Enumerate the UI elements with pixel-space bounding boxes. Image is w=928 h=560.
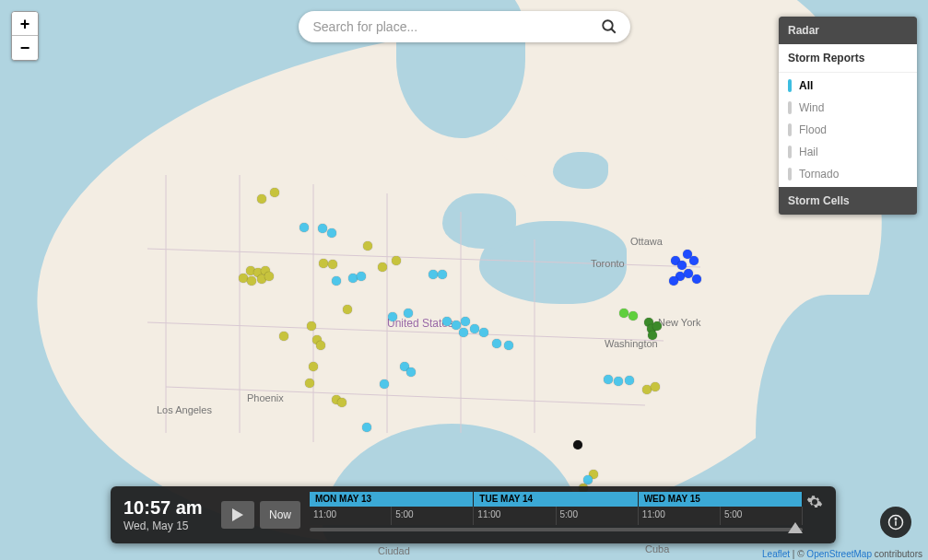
storm-report-dot[interactable] (406, 368, 416, 377)
zoom-in-button[interactable]: + (12, 12, 38, 36)
storm-report-dot[interactable] (470, 324, 479, 333)
osm-link[interactable]: OpenStreetMap (806, 549, 872, 559)
option-label: Wind (799, 101, 824, 114)
leaflet-link[interactable]: Leaflet (762, 549, 790, 559)
storm-report-dot[interactable] (504, 341, 513, 350)
storm-report-dot[interactable] (652, 321, 662, 331)
storm-report-dot[interactable] (625, 376, 634, 385)
timeline-hour[interactable]: 5:00 (557, 507, 639, 525)
label-washington: Washington (605, 338, 658, 349)
svg-point-9 (603, 20, 613, 30)
now-button[interactable]: Now (260, 501, 300, 529)
storm-report-dot[interactable] (689, 256, 699, 265)
storm-report-dot[interactable] (677, 261, 687, 270)
search-icon[interactable] (601, 18, 617, 35)
option-indicator (788, 146, 792, 158)
storm-report-dot[interactable] (388, 312, 397, 321)
info-button[interactable] (880, 507, 911, 538)
layer-option-all[interactable]: All (779, 75, 917, 97)
storm-report-dot[interactable] (357, 272, 366, 281)
storm-report-dot[interactable] (392, 256, 401, 265)
timeline-day[interactable]: MON MAY 13 (310, 492, 474, 507)
storm-report-dot[interactable] (692, 274, 701, 284)
layer-storm-reports-section: Storm Reports AllWindFloodHailTornado (779, 44, 917, 187)
storm-report-dot[interactable] (438, 270, 447, 279)
layer-option-wind[interactable]: Wind (779, 97, 917, 119)
storm-report-dot[interactable] (343, 305, 352, 314)
storm-report-dot[interactable] (442, 317, 452, 326)
storm-report-dot[interactable] (492, 339, 501, 348)
storm-report-dot[interactable] (614, 377, 623, 386)
timeline-hour[interactable]: 5:00 (392, 507, 474, 525)
timeline-day[interactable]: TUE MAY 14 (474, 492, 638, 507)
layer-option-hail[interactable]: Hail (779, 141, 917, 163)
storm-report-dot[interactable] (479, 328, 488, 337)
label-ottawa: Ottawa (630, 236, 663, 247)
storm-report-dot[interactable] (247, 276, 256, 286)
storm-reports-title: Storm Reports (779, 44, 917, 73)
map-viewport[interactable]: United States New York Washington Toront… (0, 0, 928, 560)
timeline-settings-button[interactable] (803, 492, 827, 538)
timeline-hour[interactable]: 11:00 (474, 507, 556, 525)
storm-report-dot[interactable] (651, 382, 660, 391)
storm-report-dot[interactable] (363, 241, 372, 251)
storm-report-dot[interactable] (332, 276, 341, 286)
play-button[interactable] (221, 501, 254, 529)
storm-report-dot[interactable] (307, 321, 316, 331)
timeline-cursor[interactable] (788, 522, 803, 533)
storm-report-dot[interactable] (328, 260, 337, 269)
storm-report-dot[interactable] (459, 328, 468, 337)
storm-report-dot[interactable] (319, 259, 328, 268)
timeline-progress[interactable] (310, 528, 803, 531)
layer-storm-cells-header[interactable]: Storm Cells (779, 187, 917, 215)
storm-report-dot[interactable] (337, 398, 347, 407)
layer-radar-header[interactable]: Radar (779, 17, 917, 44)
label-toronto: Toronto (591, 258, 625, 269)
storm-report-dot[interactable] (648, 331, 657, 340)
attribution-tail: contributors (872, 549, 922, 559)
layer-option-flood[interactable]: Flood (779, 119, 917, 141)
storm-report-dot[interactable] (461, 317, 470, 326)
storm-report-dot[interactable] (619, 309, 628, 318)
play-icon (232, 508, 243, 521)
storm-report-dot[interactable] (583, 475, 593, 484)
storm-report-dot[interactable] (316, 341, 325, 350)
storm-report-dot[interactable] (257, 194, 266, 204)
timeline-hour[interactable]: 11:00 (639, 507, 721, 525)
storm-report-dot[interactable] (309, 362, 318, 371)
svg-marker-11 (232, 508, 243, 521)
gear-icon (806, 494, 823, 510)
map-water (553, 152, 608, 189)
storm-report-dot[interactable] (378, 262, 387, 272)
storm-report-dot[interactable] (604, 375, 613, 384)
map-water (442, 193, 516, 249)
current-time: 10:57 am (123, 498, 212, 517)
storm-report-dot[interactable] (669, 276, 678, 286)
storm-report-dot[interactable] (429, 270, 438, 279)
timeline-hour[interactable]: 11:00 (310, 507, 392, 525)
storm-report-dot[interactable] (305, 379, 314, 388)
layer-option-tornado[interactable]: Tornado (779, 163, 917, 185)
storm-report-dot[interactable] (300, 223, 309, 232)
timeline-day[interactable]: WED MAY 15 (639, 492, 803, 507)
label-cuba: Cuba (645, 543, 669, 554)
info-icon (887, 514, 904, 531)
zoom-out-button[interactable]: − (12, 36, 38, 60)
storm-report-dot[interactable] (362, 423, 371, 432)
storm-report-dot[interactable] (318, 224, 327, 233)
storm-report-dot[interactable] (264, 272, 274, 281)
option-indicator (788, 168, 792, 181)
storm-report-dot[interactable] (380, 379, 389, 389)
storm-report-dot[interactable] (404, 309, 413, 318)
label-los-angeles: Los Angeles (157, 404, 212, 415)
attribution-sep: | © (790, 549, 806, 559)
timeline-track[interactable]: MON MAY 13TUE MAY 14WED MAY 15 11:005:00… (310, 492, 803, 538)
storm-report-dot[interactable] (279, 332, 288, 341)
storm-report-dot[interactable] (270, 188, 279, 197)
storm-report-dot[interactable] (573, 440, 582, 449)
layer-panel: Radar Storm Reports AllWindFloodHailTorn… (779, 17, 917, 215)
search-input[interactable] (311, 18, 601, 35)
svg-line-10 (611, 29, 616, 33)
storm-report-dot[interactable] (327, 228, 336, 238)
storm-report-dot[interactable] (628, 311, 638, 321)
